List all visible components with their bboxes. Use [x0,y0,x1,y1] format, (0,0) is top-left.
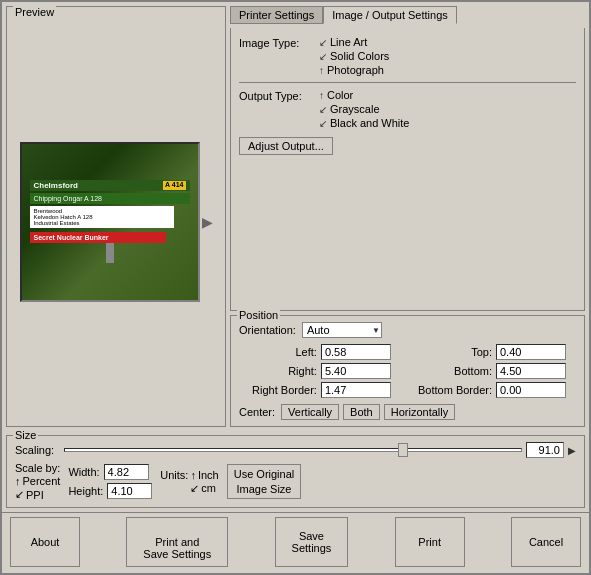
height-label: Height: [68,485,103,497]
photograph-option[interactable]: ↑ Photograph [319,64,389,76]
bw-option[interactable]: ↙ Black and White [319,117,409,129]
size-section: Size Scaling: ▶ Scale by: ↑ Percent ↙ P [6,435,585,508]
line-art-label: Line Art [330,36,367,48]
right-input[interactable] [321,363,391,379]
grayscale-option[interactable]: ↙ Grayscale [319,103,409,115]
height-input[interactable] [107,483,152,499]
ppi-label: PPI [26,489,44,501]
width-input[interactable] [104,464,149,480]
right-label: Right: [239,365,317,377]
right-border-label: Right Border: [239,384,317,396]
output-type-label: Output Type: [239,89,319,102]
percent-option[interactable]: ↑ Percent [15,475,60,487]
tabs-row: Printer Settings Image / Output Settings [230,6,585,24]
ppi-radio-icon: ↙ [15,488,24,501]
vertically-button[interactable]: Vertically [281,404,339,420]
center-row: Center: Vertically Both Horizontally [239,404,576,420]
position-section: Position Orientation: Auto ▼ Left: Top: [230,315,585,427]
ppi-option[interactable]: ↙ PPI [15,488,60,501]
inch-radio-icon: ↑ [190,469,196,481]
right-panel: Printer Settings Image / Output Settings… [230,6,585,427]
cm-option[interactable]: ↙ cm [190,482,216,495]
sign-badge: A 414 [163,181,185,190]
orientation-select-wrapper[interactable]: Auto ▼ [302,322,382,338]
orientation-label: Orientation: [239,324,296,336]
percent-radio-icon: ↑ [15,475,21,487]
line-art-option[interactable]: ↙ Line Art [319,36,389,48]
photograph-label: Photograph [327,64,384,76]
preview-content: Chelmsford A 414 Chipping Ongar A 128 Br… [7,17,225,426]
both-button[interactable]: Both [343,404,380,420]
save-settings-button[interactable]: Save Settings [275,517,349,567]
left-input[interactable] [321,344,391,360]
solid-colors-radio-icon: ↙ [319,51,327,62]
grayscale-radio-icon: ↙ [319,104,327,115]
settings-content: Image Type: ↙ Line Art ↙ Solid Colors ↑ [230,28,585,311]
color-option[interactable]: ↑ Color [319,89,409,101]
image-output-tab[interactable]: Image / Output Settings [323,6,457,24]
print-button[interactable]: Print [395,517,465,567]
bottom-border-input[interactable] [496,382,566,398]
bottom-buttons: About Print and Save Settings Save Setti… [2,512,589,573]
preview-arrow-icon: ▶ [202,214,213,230]
orientation-select[interactable]: Auto [302,322,382,338]
top-label: Top: [405,346,492,358]
solid-colors-label: Solid Colors [330,50,389,62]
sign-top-text: Chelmsford [34,181,78,190]
preview-image: Chelmsford A 414 Chipping Ongar A 128 Br… [20,142,200,302]
scaling-row: Scaling: ▶ [15,442,576,458]
slider-track [64,448,522,452]
wh-group: Width: Height: [68,464,152,499]
width-label: Width: [68,466,99,478]
scaling-label: Scaling: [15,444,60,456]
scale-by-row: Scale by: ↑ Percent ↙ PPI Width: Height: [15,462,576,501]
image-type-options: ↙ Line Art ↙ Solid Colors ↑ Photograph [319,36,389,76]
bottom-input[interactable] [496,363,566,379]
printer-settings-tab[interactable]: Printer Settings [230,6,323,24]
horizontally-button[interactable]: Horizontally [384,404,455,420]
image-type-section: Image Type: ↙ Line Art ↙ Solid Colors ↑ [239,36,576,76]
cm-row: ↙ cm [160,482,218,495]
output-type-options: ↑ Color ↙ Grayscale ↙ Black and White [319,89,409,129]
scaling-value-input[interactable] [526,442,564,458]
left-label: Left: [239,346,317,358]
position-fields: Left: Top: Right: Bottom: Right Border: … [239,344,576,398]
print-save-button[interactable]: Print and Save Settings [126,517,228,567]
divider [239,82,576,83]
units-group: Units: ↑ Inch ↙ cm [160,469,218,495]
line-art-radio-icon: ↙ [319,37,327,48]
scaling-arrow-icon: ▶ [568,445,576,456]
size-label: Size [13,429,38,441]
position-label: Position [237,309,280,321]
sign4-text: Industrial Estates [34,220,80,226]
bw-label: Black and White [330,117,409,129]
solid-colors-option[interactable]: ↙ Solid Colors [319,50,389,62]
color-radio-icon: ↑ [319,90,324,101]
slider-thumb[interactable] [398,443,408,457]
right-border-input[interactable] [321,382,391,398]
scaling-slider[interactable] [64,442,522,458]
orientation-row: Orientation: Auto ▼ [239,322,576,338]
cm-radio-icon: ↙ [190,482,199,495]
image-type-label: Image Type: [239,36,319,49]
top-input[interactable] [496,344,566,360]
inch-label: Inch [198,469,219,481]
center-label: Center: [239,406,275,418]
cm-label: cm [201,482,216,494]
main-dialog: Preview Chelmsford A 414 Chipping Ongar … [0,0,591,575]
cancel-button[interactable]: Cancel [511,517,581,567]
preview-panel: Preview Chelmsford A 414 Chipping Ongar … [6,6,226,427]
sign1-text: Chipping Ongar A 128 [34,195,103,202]
adjust-output-button[interactable]: Adjust Output... [239,137,333,155]
bottom-border-label: Bottom Border: [405,384,492,396]
inch-option[interactable]: ↑ Inch [190,469,218,481]
scale-by-group: Scale by: ↑ Percent ↙ PPI [15,462,60,501]
about-button[interactable]: About [10,517,80,567]
grayscale-label: Grayscale [330,103,380,115]
bottom-label: Bottom: [405,365,492,377]
use-original-button[interactable]: Use Original Image Size [227,464,302,499]
output-type-section: Output Type: ↑ Color ↙ Grayscale ↙ Black [239,89,576,129]
units-label: Units: [160,469,188,481]
red-sign-text: Secret Nuclear Bunker [34,234,109,241]
photograph-radio-icon: ↑ [319,65,324,76]
